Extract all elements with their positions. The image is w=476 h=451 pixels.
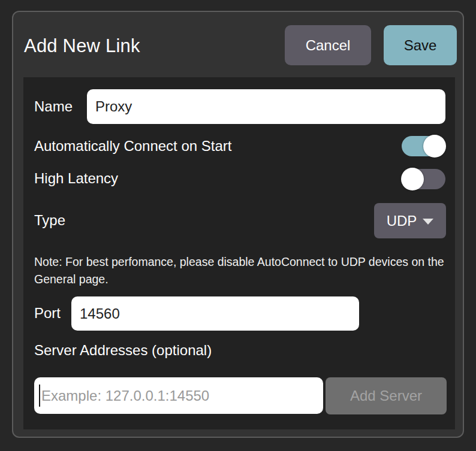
dialog-title: Add New Link: [24, 35, 140, 57]
add-server-button[interactable]: Add Server: [326, 377, 447, 414]
high-latency-toggle[interactable]: [402, 169, 445, 189]
server-addresses-label: Server Addresses (optional): [34, 341, 212, 359]
server-address-input[interactable]: [34, 377, 323, 414]
toggle-knob-icon: [423, 135, 446, 158]
auto-connect-toggle[interactable]: [402, 136, 445, 156]
text-cursor: [39, 385, 40, 407]
dialog-header: Add New Link Cancel Save: [13, 12, 463, 77]
auto-connect-label: Automatically Connect on Start: [34, 137, 232, 155]
add-link-dialog: Add New Link Cancel Save Name Automatica…: [12, 11, 464, 438]
port-input[interactable]: [71, 296, 359, 331]
toggle-knob-icon: [401, 168, 424, 190]
type-dropdown[interactable]: UDP: [374, 203, 446, 238]
port-label: Port: [34, 304, 61, 322]
page-background: Add New Link Cancel Save Name Automatica…: [0, 0, 476, 451]
type-dropdown-value: UDP: [387, 213, 417, 229]
note-text: Note: For best perfomance, please disabl…: [34, 253, 449, 288]
name-input[interactable]: [87, 89, 445, 124]
chevron-down-icon: [423, 219, 433, 225]
cancel-button[interactable]: Cancel: [285, 25, 371, 65]
save-button[interactable]: Save: [384, 25, 457, 65]
form-panel: Name Automatically Connect on Start High…: [23, 77, 455, 429]
server-address-field-wrap: [34, 377, 323, 414]
type-label: Type: [34, 211, 65, 229]
high-latency-label: High Latency: [34, 169, 118, 187]
name-label: Name: [34, 98, 73, 116]
